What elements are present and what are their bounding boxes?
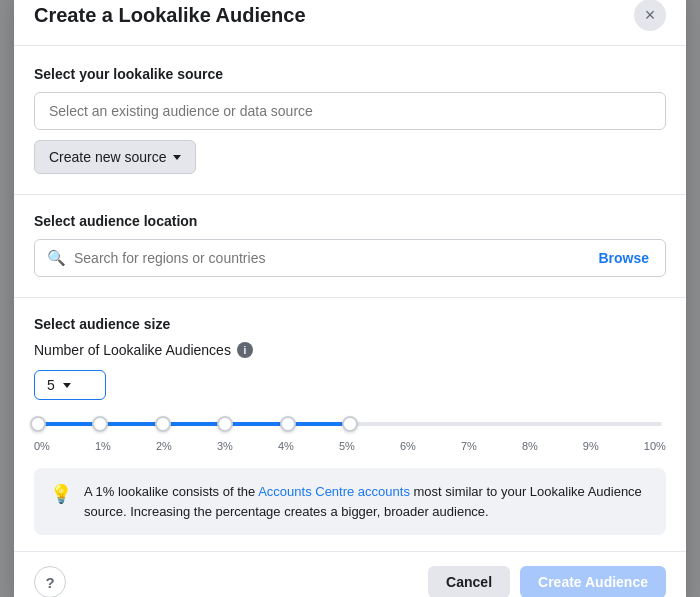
count-dropdown-arrow-icon xyxy=(63,383,71,388)
modal: Create a Lookalike Audience × Select you… xyxy=(14,0,686,597)
slider-thumb-5[interactable] xyxy=(342,416,358,432)
create-source-label: Create new source xyxy=(49,149,167,165)
slider-thumb-3[interactable] xyxy=(217,416,233,432)
slider-label-9: 9% xyxy=(583,440,599,452)
modal-header: Create a Lookalike Audience × xyxy=(14,0,686,46)
slider-label-8: 8% xyxy=(522,440,538,452)
bulb-icon: 💡 xyxy=(50,483,72,505)
slider-label-7: 7% xyxy=(461,440,477,452)
close-button[interactable]: × xyxy=(634,0,666,31)
source-search-input[interactable] xyxy=(34,92,666,130)
create-source-button[interactable]: Create new source xyxy=(34,140,196,174)
slider-track-fill xyxy=(38,422,350,426)
modal-body: Select your lookalike source Create new … xyxy=(14,46,686,535)
slider-thumb-1[interactable] xyxy=(92,416,108,432)
audience-size-label: Select audience size xyxy=(34,316,666,332)
slider-label-1: 1% xyxy=(95,440,111,452)
info-text: A 1% lookalike consists of the Accounts … xyxy=(84,482,650,521)
lookalike-count-label: Number of Lookalike Audiences xyxy=(34,342,231,358)
help-button[interactable]: ? xyxy=(34,566,66,597)
help-icon: ? xyxy=(45,574,54,591)
slider-label-4: 4% xyxy=(278,440,294,452)
modal-overlay: Create a Lookalike Audience × Select you… xyxy=(0,0,700,597)
info-icon: i xyxy=(237,342,253,358)
info-text-before: A 1% lookalike consists of the xyxy=(84,484,258,499)
slider-label-3: 3% xyxy=(217,440,233,452)
section-divider-2 xyxy=(14,297,686,298)
footer-right: Cancel Create Audience xyxy=(428,566,666,597)
slider-label-5: 5% xyxy=(339,440,355,452)
section-divider-1 xyxy=(14,194,686,195)
slider-thumb-4[interactable] xyxy=(280,416,296,432)
audience-location-section: Select audience location 🔍 Browse xyxy=(34,213,666,277)
cancel-button[interactable]: Cancel xyxy=(428,566,510,597)
slider-track-wrapper[interactable] xyxy=(38,414,662,434)
audience-size-section: Select audience size Number of Lookalike… xyxy=(34,316,666,535)
dropdown-arrow-icon xyxy=(173,155,181,160)
slider-labels: 0% 1% 2% 3% 4% 5% 6% 7% 8% 9% 10% xyxy=(34,440,666,452)
create-audience-button[interactable]: Create Audience xyxy=(520,566,666,597)
lookalike-source-label: Select your lookalike source xyxy=(34,66,666,82)
size-row: Number of Lookalike Audiences i xyxy=(34,342,666,358)
slider-section: 0% 1% 2% 3% 4% 5% 6% 7% 8% 9% 10% xyxy=(34,414,666,452)
search-icon: 🔍 xyxy=(47,249,66,267)
browse-button[interactable]: Browse xyxy=(594,248,653,268)
accounts-centre-link[interactable]: Accounts Centre accounts xyxy=(258,484,410,499)
lookalike-source-section: Select your lookalike source Create new … xyxy=(34,66,666,194)
slider-thumb-0[interactable] xyxy=(30,416,46,432)
slider-label-6: 6% xyxy=(400,440,416,452)
slider-thumb-2[interactable] xyxy=(155,416,171,432)
count-dropdown[interactable]: 5 xyxy=(34,370,106,400)
slider-label-0: 0% xyxy=(34,440,50,452)
modal-footer: ? Cancel Create Audience xyxy=(14,551,686,597)
modal-title: Create a Lookalike Audience xyxy=(34,4,306,27)
count-value: 5 xyxy=(47,377,55,393)
location-search-input[interactable] xyxy=(74,250,594,266)
info-box: 💡 A 1% lookalike consists of the Account… xyxy=(34,468,666,535)
slider-label-2: 2% xyxy=(156,440,172,452)
close-icon: × xyxy=(645,5,656,26)
location-search-wrapper: 🔍 Browse xyxy=(34,239,666,277)
audience-location-label: Select audience location xyxy=(34,213,666,229)
slider-label-10: 10% xyxy=(644,440,666,452)
